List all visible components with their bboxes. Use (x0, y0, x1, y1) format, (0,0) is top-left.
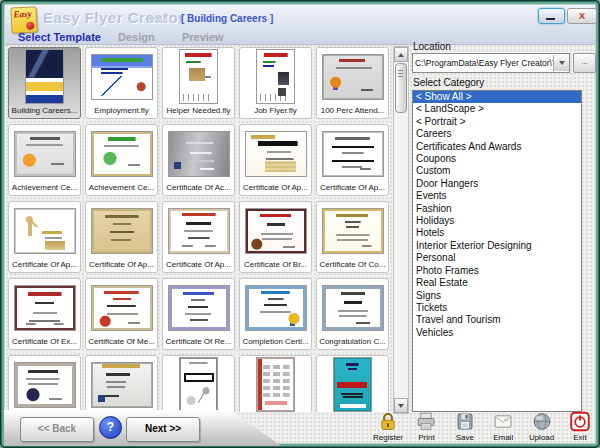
category-item-13[interactable]: Personal (413, 252, 581, 264)
template-tile-18[interactable]: Completion Certi... (239, 278, 312, 350)
category-item-14[interactable]: Photo Frames (413, 265, 581, 277)
certificate-recognition-thumbnail (168, 285, 230, 331)
category-item-12[interactable]: Interior Exterior Designing (413, 240, 581, 252)
template-tile-12[interactable]: Certificate Of Ap... (162, 201, 235, 273)
minimize-button[interactable] (538, 8, 565, 24)
template-tile-23[interactable] (239, 355, 312, 412)
category-item-4[interactable]: Certificates And Awards (413, 141, 581, 153)
template-thumbnail-wrap (91, 202, 153, 259)
back-button[interactable]: << Back (20, 417, 94, 442)
certificate-plain-thumbnail (322, 131, 384, 177)
category-item-19[interactable]: Vehicles (413, 327, 581, 339)
tab-preview[interactable]: Preview (182, 31, 224, 43)
template-label: Certificate Of Co... (318, 259, 387, 270)
tab-design[interactable]: Design (118, 31, 155, 43)
tab-select-template[interactable]: Select Template (18, 31, 101, 43)
template-tile-10[interactable]: Certificate Of Ap... (8, 201, 81, 273)
globe-icon (531, 411, 553, 432)
template-tile-3[interactable]: Job Flyer.fly (239, 47, 312, 119)
footer-toolbar: Register Print Save (371, 411, 597, 445)
category-item-8[interactable]: Events (413, 190, 581, 202)
category-item-0[interactable]: < Show All > (413, 91, 581, 103)
save-label: Save (456, 433, 474, 442)
template-thumbnail-wrap (256, 356, 295, 412)
template-thumbnail-wrap (14, 356, 76, 412)
template-tile-17[interactable]: Certificate Of Re... (162, 278, 235, 350)
certificate-red-title-thumbnail (168, 208, 230, 254)
template-tile-11[interactable]: Certificate Of Ap... (85, 201, 158, 273)
template-tile-22[interactable] (162, 355, 235, 412)
category-item-17[interactable]: Tickets (413, 302, 581, 314)
email-label: Email (493, 433, 513, 442)
close-button[interactable]: X (567, 8, 597, 24)
template-tile-14[interactable]: Certificate Of Co... (316, 201, 389, 273)
template-label: 100 Perc Attend... (318, 105, 387, 116)
current-template-name: [ Building Careers ] (181, 13, 273, 24)
category-item-16[interactable]: Signs (413, 290, 581, 302)
template-thumbnail-wrap (91, 279, 153, 336)
congratulation-certificate-thumbnail (322, 285, 384, 331)
template-tile-2[interactable]: Helper Needed.fly (162, 47, 235, 119)
employee-month-certificate-thumbnail (91, 362, 153, 408)
template-tile-4[interactable]: 100 Perc Attend... (316, 47, 389, 119)
template-tile-5[interactable]: Achievement Ce... (8, 124, 81, 196)
template-tile-6[interactable]: Achievement Ce... (85, 124, 158, 196)
template-tile-0[interactable]: Building Careers... (8, 47, 81, 119)
category-item-9[interactable]: Fashion (413, 203, 581, 215)
template-tile-21[interactable] (85, 355, 158, 412)
category-item-11[interactable]: Hotels (413, 227, 581, 239)
category-item-6[interactable]: Custom (413, 165, 581, 177)
template-tile-13[interactable]: Certificate Of Br... (239, 201, 312, 273)
location-label: Location (413, 41, 451, 52)
template-thumbnail-wrap (168, 125, 230, 182)
template-tile-16[interactable]: Certificate Of Me... (85, 278, 158, 350)
template-tile-24[interactable] (316, 355, 389, 412)
template-tile-20[interactable] (8, 355, 81, 412)
lock-icon (377, 411, 399, 432)
certificate-figure-thumbnail (14, 208, 76, 254)
app-logo-text: Easy (13, 9, 31, 20)
location-dropdown-button[interactable] (553, 55, 569, 71)
template-thumbnail-wrap (91, 356, 153, 412)
certificate-bravery-thumbnail (245, 208, 307, 254)
template-tile-9[interactable]: Certificate Of Ap... (316, 124, 389, 196)
template-thumbnail-wrap (322, 202, 384, 259)
special-offer-flyer-thumbnail (333, 357, 372, 412)
next-button[interactable]: Next >> (126, 417, 200, 442)
scroll-up-icon (398, 53, 404, 57)
scroll-up-button[interactable] (394, 47, 408, 62)
print-button[interactable]: Print (409, 411, 443, 445)
template-label: Certificate Of Ap... (87, 259, 156, 270)
category-item-3[interactable]: Careers (413, 128, 581, 140)
scrollbar-thumb[interactable] (395, 63, 407, 113)
template-tile-1[interactable]: Employment.fly (85, 47, 158, 119)
certificate-silver-thumbnail (168, 131, 230, 177)
category-item-10[interactable]: Holidays (413, 215, 581, 227)
help-button[interactable]: ? (99, 416, 122, 439)
template-grid-scrollbar[interactable] (393, 46, 409, 414)
category-item-5[interactable]: Coupons (413, 153, 581, 165)
template-label: Employment.fly (87, 105, 156, 116)
template-tile-19[interactable]: Congratulation C... (316, 278, 389, 350)
template-label: Certificate Of Ap... (164, 259, 233, 270)
category-item-15[interactable]: Real Estate (413, 277, 581, 289)
browse-button[interactable]: ... (573, 53, 596, 73)
exit-button[interactable]: Exit (563, 411, 597, 445)
save-button[interactable]: Save (448, 411, 482, 445)
template-tile-8[interactable]: Certificate Of Ap... (239, 124, 312, 196)
template-tile-7[interactable]: Certificate Of Ac... (162, 124, 235, 196)
category-item-1[interactable]: < LandScape > (413, 103, 581, 115)
category-item-7[interactable]: Door Hangers (413, 178, 581, 190)
register-button[interactable]: Register (371, 411, 405, 445)
job-flyer-thumbnail (256, 49, 295, 104)
upload-button[interactable]: Upload (525, 411, 559, 445)
title-bar: Easy Easy Flyer Creator V3.0 [ Building … (5, 5, 595, 45)
template-thumbnail-wrap (179, 48, 218, 105)
category-item-18[interactable]: Travel and Tourism (413, 314, 581, 326)
email-button[interactable]: Email (486, 411, 520, 445)
category-item-2[interactable]: < Portrait > (413, 116, 581, 128)
template-tile-15[interactable]: Certificate Of Ex... (8, 278, 81, 350)
location-combobox[interactable]: C:\ProgramData\Easy Flyer Creator\Templa… (412, 53, 570, 73)
completion-certificate-thumbnail (245, 285, 307, 331)
certificate-tan-thumbnail (91, 208, 153, 254)
